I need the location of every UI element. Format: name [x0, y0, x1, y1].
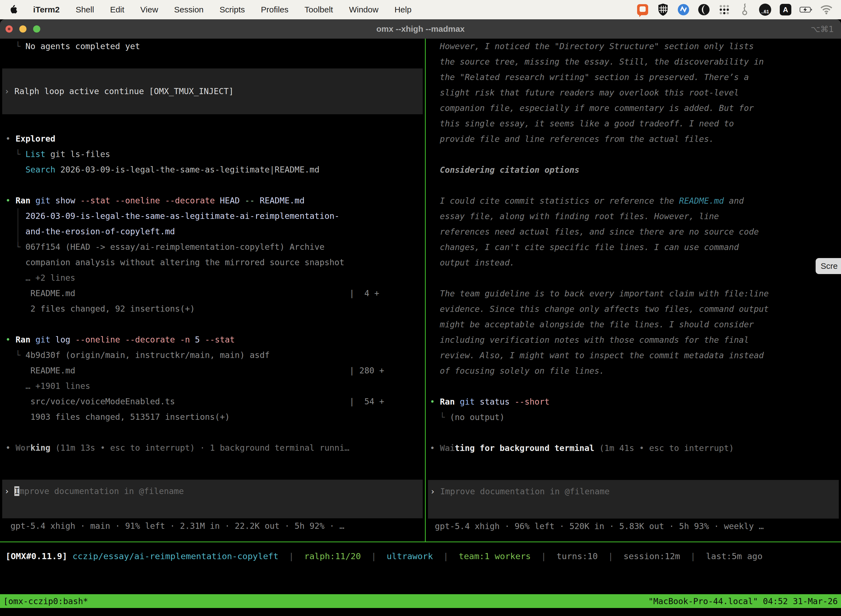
battery-charging-icon[interactable] — [800, 3, 812, 16]
terminal-line: • Ran git log --oneline --decorate -n 5 … — [0, 332, 425, 348]
prompt-text-right: › Improve documentation in @filename — [428, 484, 839, 499]
menu-item-toolbelt[interactable]: Toolbelt — [305, 5, 333, 14]
terminal-line: essay file, along with finding root file… — [426, 209, 841, 224]
tmux-host-clock: "MacBook-Pro-44.local" 04:52 31-Mar-26 — [648, 596, 838, 606]
tree-guide — [18, 208, 18, 245]
terminal-line: references need actual files, and since … — [426, 224, 841, 239]
menu-item-edit[interactable]: Edit — [110, 5, 125, 14]
letter-a-icon[interactable]: A — [779, 3, 792, 16]
terminal-line: └ List git ls-files — [0, 147, 425, 162]
gauge-61-icon[interactable]: ..61 — [759, 3, 771, 16]
terminal-line — [0, 317, 425, 332]
tmux-session-label: [omx-cczip0:bash* — [3, 596, 88, 606]
session-status-right: gpt-5.4 xhigh · 96% left · 520K in · 5.8… — [426, 519, 841, 534]
prompt-input-right[interactable]: › Improve documentation in @filename — [428, 480, 839, 519]
terminal-line: Search 2026-03-09-is-legal-the-same-as-l… — [0, 162, 425, 177]
terminal-line: changes, I can't cite specific file line… — [426, 239, 841, 255]
window-title: omx --xhigh --madmax — [0, 24, 841, 34]
prompt-input-left[interactable]: › Improve documentation in @filename — [2, 480, 423, 518]
terminal-line: including verification notes with those … — [426, 332, 841, 348]
apple-menu-icon[interactable] — [9, 5, 17, 14]
terminal-line: • Waiting for background terminal (1m 41… — [426, 440, 841, 456]
terminal-line: the "Related research writing" section i… — [426, 70, 841, 85]
terminal-line: review. Also, I might want to inspect th… — [426, 348, 841, 363]
terminal-line: might be acceptable alongside the file l… — [426, 317, 841, 332]
terminal-line: companion analysis without altering the … — [0, 255, 425, 270]
terminal-line — [426, 147, 841, 162]
shutter-icon[interactable] — [697, 3, 710, 16]
menu-item-view[interactable]: View — [141, 5, 158, 14]
terminal-line: README.md | 280 + — [0, 363, 425, 378]
wifi-icon[interactable] — [820, 3, 833, 16]
terminal-line — [426, 270, 841, 286]
ralph-status-box: › Ralph loop active continue [OMX_TMUX_I… — [2, 69, 423, 114]
menu-item-scripts[interactable]: Scripts — [220, 5, 245, 14]
terminal-line: companion file, especially if more comme… — [426, 100, 841, 116]
terminal-line: the source tree, missing the essay. Stil… — [426, 54, 841, 70]
agents-status-line: └ No agents completed yet — [0, 39, 425, 54]
menu-items: iTerm2 Shell Edit View Session Scripts P… — [0, 5, 412, 14]
terminal: └ No agents completed yet › Ralph loop a… — [0, 39, 841, 616]
window-shortcut: ⌥⌘1 — [811, 24, 834, 34]
terminal-line: The team guideline is to back every impo… — [426, 286, 841, 301]
terminal-line: 1903 files changed, 513517 insertions(+) — [0, 409, 425, 425]
terminal-line: output instead. — [426, 255, 841, 270]
menu-item-session[interactable]: Session — [174, 5, 204, 14]
terminal-line: 2026-03-09-is-legal-the-same-as-legitima… — [0, 208, 425, 224]
terminal-line: … +2 lines — [0, 270, 425, 286]
terminal-line — [426, 425, 841, 440]
menu-item-profiles[interactable]: Profiles — [261, 5, 288, 14]
terminal-line: and-the-erosion-of-copyleft.md — [0, 224, 425, 239]
terminal-line: I could cite commit statistics or refere… — [426, 193, 841, 209]
shield-grid-icon[interactable] — [657, 3, 670, 16]
menu-status-icons: ..61 A — [636, 3, 841, 16]
screen-tooltip: Scre — [816, 258, 841, 274]
terminal-line: • Working (11m 13s • esc to interrupt) ·… — [0, 440, 425, 456]
terminal-line: this single essay, it seems like a good … — [426, 116, 841, 131]
tmux-status-bar: [omx-cczip0:bash* "MacBook-Pro-44.local"… — [0, 594, 841, 608]
terminal-line — [426, 378, 841, 394]
dots-grid-icon[interactable] — [718, 3, 731, 16]
terminal-line: slight risk that future readers may over… — [426, 85, 841, 100]
terminal-line: Considering citation options — [426, 162, 841, 178]
terminal-line — [0, 177, 425, 193]
menu-item-shell[interactable]: Shell — [76, 5, 94, 14]
agent-transcript-left: • Explored └ List git ls-files Search 20… — [0, 131, 425, 456]
terminal-line: src/voice/voiceModeEnabled.ts | 54 + — [0, 394, 425, 409]
verified-badge-icon[interactable] — [677, 3, 690, 16]
terminal-line: • Ran git status --short — [426, 394, 841, 409]
terminal-line: of focusing solely on file lines. — [426, 363, 841, 378]
terminal-line — [0, 425, 425, 440]
menu-item-iterm2[interactable]: iTerm2 — [33, 5, 60, 14]
terminal-line: README.md | 4 + — [0, 286, 425, 301]
chat-icon[interactable] — [636, 3, 649, 16]
prompt-text-left: › Improve documentation in @filename — [2, 484, 423, 499]
pane-right: However, I noticed the "Directory Struct… — [426, 39, 841, 541]
terminal-line: provide file and line references from th… — [426, 131, 841, 147]
screen: iTerm2 Shell Edit View Session Scripts P… — [0, 0, 841, 616]
terminal-line: • Ran git show --stat --oneline --decora… — [0, 193, 425, 208]
window-titlebar[interactable]: omx --xhigh --madmax ⌥⌘1 — [0, 19, 841, 39]
terminal-line: … +1901 lines — [0, 378, 425, 394]
terminal-line: • Explored — [0, 131, 425, 147]
terminal-line: evidence. Since this change only affects… — [426, 301, 841, 317]
terminal-line: └ 067f154 (HEAD -> essay/ai-reimplementa… — [0, 239, 425, 255]
squiggle-icon[interactable] — [738, 3, 751, 16]
omx-status-bar: [OMX#0.11.9] cczip/essay/ai-reimplementa… — [0, 542, 841, 564]
agent-transcript-right: However, I noticed the "Directory Struct… — [426, 39, 841, 456]
menu-item-window[interactable]: Window — [349, 5, 378, 14]
menu-item-help[interactable]: Help — [394, 5, 412, 14]
terminal-line: However, I noticed the "Directory Struct… — [426, 39, 841, 54]
terminal-line: 2 files changed, 92 insertions(+) — [0, 301, 425, 317]
terminal-line: └ 4b9d30f (origin/main, instructkr/main,… — [0, 348, 425, 363]
terminal-line: └ (no output) — [426, 409, 841, 425]
menu-bar: iTerm2 Shell Edit View Session Scripts P… — [0, 0, 841, 19]
pane-left: └ No agents completed yet › Ralph loop a… — [0, 39, 425, 541]
terminal-line — [426, 178, 841, 193]
ralph-status-line: › Ralph loop active continue [OMX_TMUX_I… — [2, 84, 234, 99]
session-status-left: gpt-5.4 xhigh · main · 91% left · 2.31M … — [0, 518, 425, 534]
omx-status-line: [OMX#0.11.9] cczip/essay/ai-reimplementa… — [0, 549, 841, 564]
